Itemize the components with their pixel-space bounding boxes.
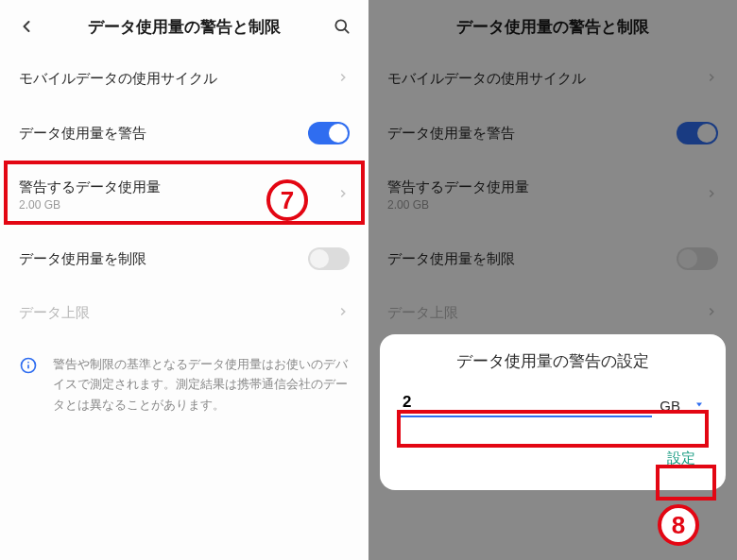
row-label: データ上限 [387,304,458,322]
confirm-button[interactable]: 設定 [654,440,709,477]
search-icon [697,13,724,40]
page-title: データ使用量の警告と制限 [456,16,649,38]
row-sub: 2.00 GB [19,198,161,212]
unit-dropdown-icon[interactable] [694,397,705,417]
chevron-right-icon [705,305,718,322]
amount-input[interactable] [401,391,652,417]
row-usage-cycle[interactable]: モバイルデータの使用サイクル [0,53,368,105]
annotation-badge-7: 7 [266,179,308,221]
chevron-right-icon [705,71,718,88]
row-label: モバイルデータの使用サイクル [19,70,217,88]
chevron-right-icon [705,187,718,204]
toggle-limit[interactable] [308,247,350,270]
row-sub: 2.00 GB [387,198,529,212]
header: データ使用量の警告と制限 [0,0,368,53]
chevron-right-icon [336,305,350,322]
toggle-limit [677,247,718,270]
row-label: データ使用量を制限 [387,250,515,268]
settings-screen-right: データ使用量の警告と制限 モバイルデータの使用サイクル データ使用量を警告 警告… [368,0,737,560]
back-icon[interactable] [13,13,40,40]
row-label: データ上限 [19,304,90,322]
svg-line-1 [345,29,349,33]
annotation-badge-8: 8 [658,504,699,546]
search-icon[interactable] [329,13,355,40]
toggle-warn [677,122,718,144]
svg-marker-5 [696,403,702,407]
row-warn-toggle: データ使用量を警告 [368,105,737,161]
chevron-right-icon [336,187,350,204]
row-limit-toggle[interactable]: データ使用量を制限 [0,230,368,287]
row-warn-amount[interactable]: 警告するデータ使用量 2.00 GB [0,161,368,230]
svg-point-4 [27,362,29,364]
row-label: 警告するデータ使用量 [19,178,161,196]
row-label: モバイルデータの使用サイクル [387,70,586,88]
settings-screen-left: データ使用量の警告と制限 モバイルデータの使用サイクル データ使用量を警告 警告… [0,0,368,560]
row-limit-toggle: データ使用量を制限 [368,230,737,287]
back-icon [382,13,408,40]
dialog-input-row: GB [397,389,709,419]
row-warn-amount: 警告するデータ使用量 2.00 GB [368,161,737,230]
info-text: 警告や制限の基準となるデータ使用量はお使いのデバイスで測定されます。測定結果は携… [53,354,350,415]
row-usage-cycle: モバイルデータの使用サイクル [368,53,737,105]
badge-number: 8 [672,511,685,540]
unit-label: GB [660,398,680,417]
info-icon [19,356,38,379]
badge-number: 7 [281,186,294,215]
page-title: データ使用量の警告と制限 [88,16,281,38]
row-label: データ使用量を警告 [19,125,146,143]
header: データ使用量の警告と制限 [368,0,737,53]
info-note: 警告や制限の基準となるデータ使用量はお使いのデバイスで測定されます。測定結果は携… [0,339,368,430]
chevron-right-icon [336,71,350,88]
warn-amount-dialog: データ使用量の警告の設定 GB 設定 [380,334,726,490]
toggle-warn[interactable] [308,122,350,144]
dialog-title: データ使用量の警告の設定 [397,351,709,372]
row-warn-toggle[interactable]: データ使用量を警告 [0,105,368,161]
row-data-cap: データ上限 [0,287,368,339]
row-label: データ使用量を警告 [387,125,515,143]
row-data-cap: データ上限 [368,287,737,339]
row-label: データ使用量を制限 [19,250,146,268]
row-label: 警告するデータ使用量 [387,178,529,196]
